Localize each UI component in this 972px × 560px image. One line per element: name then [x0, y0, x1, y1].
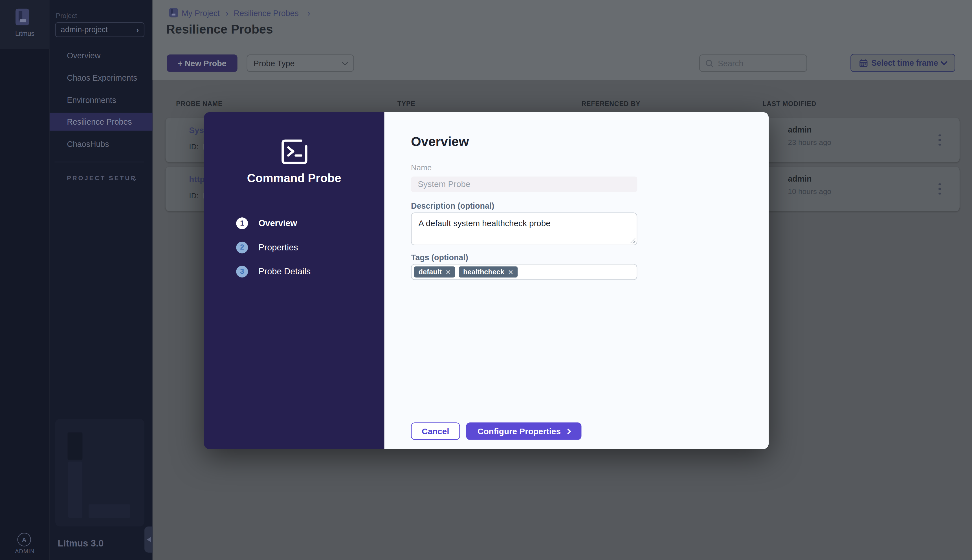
sidebar-item-chaoshubs[interactable]: ChaosHubs	[50, 135, 153, 153]
chevron-down-icon	[941, 58, 948, 65]
column-header-probe-name: PROBE NAME	[176, 100, 223, 107]
id-label: ID:	[189, 192, 198, 200]
step-label: Properties	[258, 242, 298, 252]
sidebar-item-overview[interactable]: Overview	[50, 47, 153, 65]
project-setup-section[interactable]: PROJECT SETUP	[67, 175, 136, 182]
skeleton-block	[68, 432, 83, 460]
modal-form-panel: Overview Name Description (optional) Tag…	[385, 112, 769, 449]
modified-time: 23 hours ago	[788, 138, 831, 147]
page-title: Resilience Probes	[166, 22, 273, 37]
step-number: 2	[236, 242, 248, 253]
configure-properties-label: Configure Properties	[478, 427, 561, 436]
project-selector[interactable]: admin-project ›	[55, 22, 144, 37]
sidebar-item-resilience-probes[interactable]: Resilience Probes	[50, 113, 153, 131]
terminal-icon	[280, 139, 308, 165]
step-probe-details[interactable]: 3 Probe Details	[236, 264, 360, 279]
probe-type-select[interactable]: Probe Type	[247, 54, 354, 72]
name-field[interactable]	[411, 177, 637, 192]
row-menu-button[interactable]	[933, 180, 947, 198]
sidebar-divider	[55, 162, 143, 162]
description-field[interactable]	[411, 213, 637, 245]
avatar[interactable]: A	[17, 533, 31, 546]
time-frame-label: Select time frame	[871, 58, 938, 68]
time-frame-button[interactable]: Select time frame	[850, 54, 955, 72]
user-role-label: ADMIN	[0, 548, 50, 554]
column-header-last-modified: LAST MODIFIED	[762, 100, 816, 107]
description-label: Description (optional)	[411, 201, 494, 211]
app-root: Litmus A ADMIN Project admin-project › O…	[0, 0, 972, 560]
breadcrumb-separator: ›	[307, 9, 310, 18]
column-header-type: TYPE	[397, 100, 415, 107]
litmus-logo-icon	[15, 9, 29, 25]
cancel-button[interactable]: Cancel	[411, 422, 460, 440]
tag-label: default	[418, 268, 442, 275]
mini-rail: Litmus A ADMIN	[0, 0, 50, 560]
new-probe-button[interactable]: + New Probe	[167, 54, 237, 72]
sidebar-item-environments[interactable]: Environments	[50, 91, 153, 109]
breadcrumb-separator: ›	[226, 9, 228, 18]
calendar-icon	[859, 58, 868, 67]
skeleton-block	[68, 462, 83, 518]
sidebar-item-chaos-experiments[interactable]: Chaos Experiments	[50, 69, 153, 87]
remove-tag-icon[interactable]: ✕	[445, 268, 450, 275]
brand-name: Litmus	[0, 30, 50, 37]
create-probe-modal: Command Probe 1 Overview 2 Properties 3 …	[204, 112, 769, 449]
search-icon	[705, 59, 714, 67]
project-name: admin-project	[61, 25, 107, 34]
search-input[interactable]: Search	[699, 54, 807, 72]
project-label: Project	[56, 12, 77, 19]
modal-step-panel: Command Probe 1 Overview 2 Properties 3 …	[204, 112, 385, 449]
project-sidebar: Project admin-project › Overview Chaos E…	[50, 0, 153, 560]
step-label: Overview	[258, 218, 297, 228]
app-version: Litmus 3.0	[58, 538, 103, 548]
step-number: 1	[236, 217, 248, 229]
page-header: My Project › Resilience Probes › Resilie…	[153, 0, 972, 80]
chevron-down-icon: ⌄	[132, 175, 137, 183]
name-label: Name	[411, 163, 432, 172]
skeleton-block	[88, 504, 130, 518]
breadcrumb-item-resilience-probes[interactable]: Resilience Probes	[234, 9, 299, 18]
step-label: Probe Details	[258, 267, 310, 276]
tag-chip: healthcheck ✕	[459, 267, 518, 278]
remove-tag-icon[interactable]: ✕	[508, 268, 513, 275]
chevron-right-icon: ›	[136, 25, 139, 34]
breadcrumb-item-project[interactable]: My Project	[182, 9, 220, 18]
probe-type-title: Command Probe	[204, 172, 385, 185]
chevron-down-icon	[342, 59, 348, 65]
tag-label: healthcheck	[463, 268, 504, 275]
form-heading: Overview	[411, 135, 469, 150]
breadcrumb-logo-icon	[169, 8, 178, 17]
sidebar-collapse-handle[interactable]	[144, 527, 153, 552]
row-menu-button[interactable]	[933, 131, 947, 150]
column-header-referenced-by: REFERENCED BY	[581, 100, 640, 107]
configure-properties-button[interactable]: Configure Properties	[466, 422, 582, 440]
modified-by: admin	[788, 125, 812, 135]
step-properties[interactable]: 2 Properties	[236, 240, 360, 255]
modified-time: 10 hours ago	[788, 187, 831, 196]
step-overview[interactable]: 1 Overview	[236, 216, 360, 231]
search-placeholder: Search	[718, 58, 744, 68]
chevron-right-icon	[565, 428, 571, 435]
tags-input[interactable]: default ✕ healthcheck ✕	[411, 264, 637, 280]
tag-chip: default ✕	[414, 267, 455, 278]
tags-label: Tags (optional)	[411, 253, 468, 262]
probe-type-value: Probe Type	[253, 58, 295, 68]
id-label: ID:	[189, 142, 198, 151]
collapse-arrow-icon	[147, 537, 150, 542]
step-number: 3	[236, 265, 248, 277]
modified-by: admin	[788, 174, 812, 183]
